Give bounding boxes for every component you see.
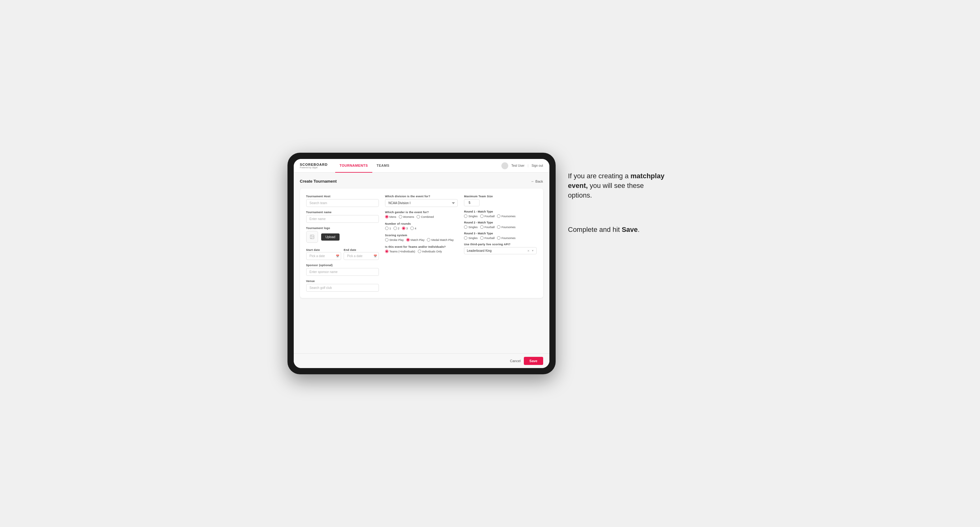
- rounds-radio-group: 1 2 3: [385, 227, 458, 230]
- round1-foursomes[interactable]: Foursomes: [497, 214, 515, 218]
- tournament-logo-group: Tournament logo Upload: [306, 227, 379, 243]
- round3-match-label: Round 3 - Match Type: [464, 232, 537, 235]
- gender-mens[interactable]: Mens: [385, 215, 396, 219]
- round3-fourball[interactable]: Fourball: [480, 236, 495, 240]
- form-card: Tournament Host Tournament name Tourname…: [300, 189, 543, 298]
- round2-fourball[interactable]: Fourball: [480, 225, 495, 229]
- api-remove-icon[interactable]: ✕: [527, 249, 530, 252]
- api-group: Use third-party live scoring API? Leader…: [464, 243, 537, 254]
- scoring-label: Scoring system: [385, 234, 458, 237]
- calendar-icon: 📅: [336, 255, 339, 258]
- round2-foursomes[interactable]: Foursomes: [497, 225, 515, 229]
- scoring-match-label: Match Play: [410, 238, 425, 241]
- tournament-name-label: Tournament name: [306, 211, 379, 214]
- gender-group: Which gender is the event for? Mens Wome…: [385, 211, 458, 219]
- api-value: Leaderboard King: [467, 249, 525, 252]
- calendar-icon-2: 📅: [374, 255, 377, 258]
- round3-singles[interactable]: Singles: [464, 236, 478, 240]
- tournament-host-input[interactable]: [306, 199, 379, 207]
- page-wrapper: SCOREBOARD Powered by clippit TOURNAMENT…: [288, 153, 693, 374]
- r3-fourball-label: Fourball: [485, 237, 495, 240]
- sponsor-label: Sponsor (optional): [306, 264, 379, 267]
- nav-divider: |: [528, 164, 528, 167]
- form-right-section: Maximum Team Size Round 1 - Match Type: [464, 195, 537, 292]
- teams-option[interactable]: Teams (+Individuals): [385, 250, 415, 253]
- max-team-size-input[interactable]: [464, 199, 480, 206]
- logo-placeholder: [306, 231, 318, 243]
- tournament-name-input[interactable]: [306, 215, 379, 223]
- nav-tabs: TOURNAMENTS TEAMS: [335, 159, 501, 173]
- tournament-host-group: Tournament Host: [306, 195, 379, 207]
- gender-womens[interactable]: Womens: [399, 215, 414, 219]
- round-3-label: 3: [406, 227, 408, 230]
- form-left-section: Tournament Host Tournament name Tourname…: [306, 195, 379, 292]
- round2-singles[interactable]: Singles: [464, 225, 478, 229]
- round1-singles[interactable]: Singles: [464, 214, 478, 218]
- scoring-medal-label: Medal Match Play: [431, 238, 454, 241]
- r2-singles-label: Singles: [468, 225, 478, 229]
- annotation-matchplay: If you are creating a matchplay event, y…: [568, 171, 668, 200]
- page-title: Create Tournament: [300, 179, 337, 184]
- tournament-logo-label: Tournament logo: [306, 227, 379, 230]
- start-date-wrap: 📅: [306, 252, 341, 260]
- nav-bar: SCOREBOARD Powered by clippit TOURNAMENT…: [294, 159, 549, 173]
- upload-button[interactable]: Upload: [321, 233, 340, 241]
- sign-out-link[interactable]: Sign out: [531, 164, 543, 167]
- annotation-save: Complete and hit Save.: [568, 225, 668, 235]
- match-type-section: Round 1 - Match Type Singles: [464, 210, 537, 254]
- api-label: Use third-party live scoring API?: [464, 243, 537, 246]
- round3-foursomes[interactable]: Foursomes: [497, 236, 515, 240]
- teams-label: Is this event for Teams and/or Individua…: [385, 245, 458, 248]
- form-grid: Tournament Host Tournament name Tourname…: [306, 195, 537, 292]
- scoring-medal[interactable]: Medal Match Play: [427, 238, 454, 241]
- annotation-2-after: .: [638, 225, 640, 233]
- nav-logo: SCOREBOARD Powered by clippit: [300, 163, 328, 168]
- teams-radio-group: Teams (+Individuals) Individuals Only: [385, 250, 458, 253]
- nav-username: Test User: [511, 164, 525, 167]
- annotation-2-before: Complete and hit: [568, 225, 622, 233]
- round1-fourball[interactable]: Fourball: [480, 214, 495, 218]
- scoring-stroke[interactable]: Stroke Play: [385, 238, 404, 241]
- start-date-label: Start date: [306, 248, 320, 251]
- round-4[interactable]: 4: [410, 227, 416, 230]
- end-date-label: End date: [344, 248, 356, 251]
- rounds-label: Number of rounds: [385, 222, 458, 225]
- gender-combined[interactable]: Combined: [417, 215, 434, 219]
- division-label: Which division is the event for?: [385, 195, 458, 198]
- tab-tournaments[interactable]: TOURNAMENTS: [335, 159, 372, 173]
- division-group: Which division is the event for? NCAA Di…: [385, 195, 458, 207]
- r2-foursomes-label: Foursomes: [501, 225, 515, 229]
- sponsor-input[interactable]: [306, 268, 379, 276]
- scoring-group: Scoring system Stroke Play Match Play: [385, 234, 458, 241]
- cancel-button[interactable]: Cancel: [510, 359, 521, 363]
- annotation-2-bold: Save: [622, 225, 638, 233]
- back-link[interactable]: ← Back: [531, 179, 543, 183]
- tournament-host-label: Tournament Host: [306, 195, 379, 198]
- division-select[interactable]: NCAA Division I: [385, 199, 458, 207]
- gender-label: Which gender is the event for?: [385, 211, 458, 214]
- tab-teams[interactable]: TEAMS: [372, 159, 394, 173]
- save-button[interactable]: Save: [524, 357, 543, 365]
- start-date-group: Start date 📅: [306, 246, 341, 260]
- round-1[interactable]: 1: [385, 227, 391, 230]
- individuals-option[interactable]: Individuals Only: [418, 250, 442, 253]
- r3-singles-label: Singles: [468, 237, 478, 240]
- round2-match-group: Round 2 - Match Type Singles: [464, 221, 537, 229]
- round3-match-group: Round 3 - Match Type Singles: [464, 232, 537, 240]
- round3-radio-group: Singles Fourball Foursomes: [464, 236, 537, 240]
- round-2[interactable]: 2: [393, 227, 399, 230]
- form-middle-section: Which division is the event for? NCAA Di…: [385, 195, 458, 292]
- rounds-group: Number of rounds 1 2: [385, 222, 458, 230]
- gender-womens-label: Womens: [403, 215, 414, 219]
- scoring-match[interactable]: Match Play: [406, 238, 425, 241]
- annotation-1-before: If you are creating a: [568, 172, 631, 180]
- round2-match-label: Round 2 - Match Type: [464, 221, 537, 224]
- tablet-screen: SCOREBOARD Powered by clippit TOURNAMENT…: [294, 159, 549, 368]
- r3-foursomes-label: Foursomes: [501, 237, 515, 240]
- date-row: Start date 📅 End date: [306, 246, 379, 260]
- tournament-name-group: Tournament name: [306, 211, 379, 223]
- dates-group: Start date 📅 End date: [306, 246, 379, 260]
- round-3[interactable]: 3: [402, 227, 408, 230]
- max-team-size-group: Maximum Team Size: [464, 195, 537, 206]
- venue-input[interactable]: [306, 284, 379, 292]
